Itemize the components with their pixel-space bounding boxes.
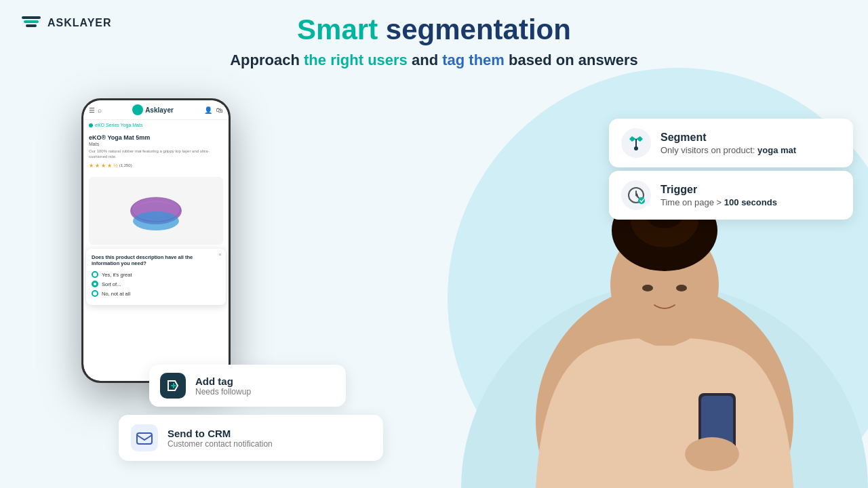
svg-point-4 [133,211,179,230]
heading-smart: Smart [297,14,378,45]
product-title: eKO® Yoga Mat 5mm [89,134,223,142]
segment-subtitle: Only visitors on product: yoga mat [660,145,796,155]
phone-topbar: ☰ ⌕ Asklayer 👤 🛍 [83,100,229,120]
crm-icon [136,429,153,447]
crm-text: Send to CRM Customer contact notificatio… [167,428,273,449]
search-icon: ⌕ [98,106,102,114]
bag-icon: 🛍 [216,106,223,114]
phone-brand: Asklayer [132,104,174,115]
segment-icon [627,134,646,152]
survey-option-2[interactable]: Sort of... [92,281,220,287]
sub-and: and [412,52,438,68]
sub-based: based on answers [509,52,638,68]
addtag-icon [165,378,180,393]
star-1: ★ [89,163,94,169]
option-no-label: No, not at all [102,291,130,297]
survey-close-button[interactable]: × [218,251,222,258]
addtag-card: Add tag Needs followup [149,365,346,407]
trigger-title: Trigger [660,184,777,196]
segment-card: Segment Only visitors on product: yoga m… [609,119,853,167]
trigger-card-text: Trigger Time on page > 100 seconds [660,184,777,207]
crm-subtitle: Customer contact notification [167,439,273,449]
radio-sortof[interactable] [92,281,98,287]
phone-breadcrumb: eKO Series Yoga Mats [83,120,229,130]
user-icon: 👤 [204,106,212,114]
option-yes-label: Yes, it's great [102,272,132,278]
addtag-text: Add tag Needs followup [195,375,251,396]
heading-segmentation: segmentation [386,14,571,45]
phone-topbar-left: ☰ ⌕ [89,106,102,114]
survey-option-3[interactable]: No, not at all [92,290,220,297]
heading-area: Smart segmentation Approach the right us… [0,14,868,69]
trigger-card: Trigger Time on page > 100 seconds [609,171,853,220]
star-4: ★ [107,163,112,169]
radio-yes[interactable] [92,271,98,278]
svg-point-17 [685,437,739,471]
star-2: ★ [95,163,100,169]
star-half: ½ [113,163,118,169]
breadcrumb-dot [89,123,93,127]
survey-option-1[interactable]: Yes, it's great [92,271,220,278]
sub-heading: Approach the right users and tag them ba… [0,52,868,69]
svg-point-14 [676,285,687,291]
addtag-icon-container [160,373,186,399]
svg-point-13 [642,285,653,291]
phone-survey: × Does this product description have all… [86,249,226,306]
svg-point-18 [634,146,638,150]
survey-question: Does this product description have all t… [92,254,220,268]
sub-approach: Approach [230,52,300,68]
trigger-subtitle: Time on page > 100 seconds [660,197,777,207]
brand-name: Asklayer [145,106,174,114]
main-heading: Smart segmentation [0,14,868,46]
phone-topbar-right: 👤 🛍 [204,106,223,114]
addtag-subtitle: Needs followup [195,387,251,396]
breadcrumb-text: eKO Series Yoga Mats [95,123,142,127]
product-description: Our 100% natural rubber mat featuring a … [89,148,223,160]
addtag-title: Add tag [195,375,251,387]
crm-icon-container [131,424,158,451]
star-3: ★ [101,163,106,169]
option-sortof-label: Sort of... [102,281,121,287]
svg-rect-21 [137,433,152,444]
radio-no[interactable] [92,290,98,297]
trigger-icon [627,186,646,205]
segment-title: Segment [660,131,796,144]
product-category: Mats [89,142,223,146]
trigger-icon-container [621,180,651,210]
hamburger-icon: ☰ [89,106,95,114]
product-stars: ★ ★ ★ ★ ½ (1,250) [89,163,223,169]
phone-content: eKO® Yoga Mat 5mm Mats Our 100% natural … [83,130,229,173]
product-image-area [89,177,223,245]
crm-card: Send to CRM Customer contact notificatio… [119,415,383,461]
trigger-value: 100 seconds [724,197,777,207]
segment-card-text: Segment Only visitors on product: yoga m… [660,131,796,155]
crm-title: Send to CRM [167,428,273,439]
sub-right-users: the right users [304,52,408,68]
segment-product: yoga mat [757,145,796,155]
review-count: (1,250) [119,163,132,167]
segment-icon-container [621,128,651,158]
sub-tag-them: tag them [442,52,505,68]
yoga-mat-image [125,187,186,235]
phone-screen: ☰ ⌕ Asklayer 👤 🛍 eKO Series Yoga Mats eK… [83,100,229,381]
svg-point-20 [638,197,645,204]
phone-mockup: ☰ ⌕ Asklayer 👤 🛍 eKO Series Yoga Mats eK… [81,98,231,383]
brand-dot [132,104,143,115]
